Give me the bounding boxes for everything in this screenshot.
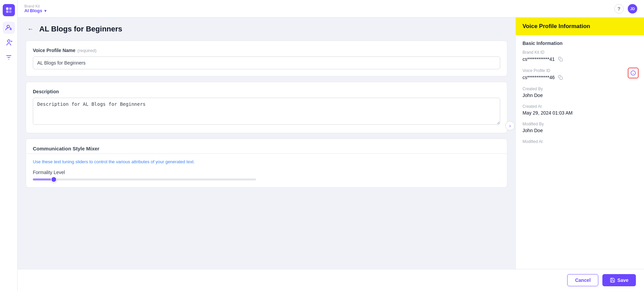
content-area: ← AL Blogs for Beginners Voice Profile N… xyxy=(18,18,644,291)
modified-by-label: Modified By xyxy=(523,122,637,126)
page-title: AL Blogs for Beginners xyxy=(39,25,122,33)
svg-rect-12 xyxy=(560,77,562,79)
sidebar-item-users[interactable] xyxy=(3,37,15,49)
formality-label: Formality Level xyxy=(33,170,500,175)
bottom-bar: Cancel Save xyxy=(18,269,644,291)
save-icon xyxy=(610,277,615,283)
modified-at-field: Modified At xyxy=(523,139,637,145)
sidebar xyxy=(0,0,18,291)
topbar: Brand Kit AI Blogs ▼ ? JD xyxy=(18,0,644,18)
divider xyxy=(26,153,507,154)
created-by-label: Created By xyxy=(523,87,637,91)
save-button[interactable]: Save xyxy=(602,274,636,286)
modified-by-value: John Doe xyxy=(523,128,637,133)
svg-rect-3 xyxy=(9,10,12,13)
description-card: Description xyxy=(26,82,507,133)
svg-rect-11 xyxy=(560,58,562,61)
communication-style-title: Communication Style Mixer xyxy=(33,146,500,151)
brand-kit-id-label: Brand Kit ID xyxy=(523,50,637,55)
name-input[interactable] xyxy=(33,56,500,69)
description-field-label: Description xyxy=(33,89,500,94)
modified-by-field: Modified By John Doe xyxy=(523,122,637,133)
voice-profile-id-field: Voice Profile ID cs************46 xyxy=(523,68,637,80)
topbar-actions: ? JD xyxy=(614,4,637,14)
info-icon-button[interactable] xyxy=(628,68,639,78)
breadcrumb-parent: Brand Kit xyxy=(24,4,47,8)
info-panel: Voice Profile Information Basic Informat… xyxy=(515,18,644,291)
svg-point-5 xyxy=(7,40,10,42)
info-panel-body: Basic Information Brand Kit ID cs*******… xyxy=(516,35,644,157)
communication-style-card: Communication Style Mixer Use these text… xyxy=(26,139,507,188)
breadcrumb-current[interactable]: AI Blogs ▼ xyxy=(24,8,47,13)
formality-slider-track[interactable] xyxy=(33,178,256,180)
avatar[interactable]: JD xyxy=(628,4,637,14)
bottom-spacer xyxy=(26,193,507,213)
svg-rect-0 xyxy=(6,7,8,10)
basic-info-section-title: Basic Information xyxy=(523,41,637,46)
svg-rect-1 xyxy=(9,7,12,10)
voice-profile-id-value: cs************46 xyxy=(523,74,637,80)
sidebar-logo xyxy=(3,4,15,16)
created-at-label: Created At xyxy=(523,104,637,109)
name-field-label: Voice Profile Name (required) xyxy=(33,48,500,53)
voice-profile-name-card: Voice Profile Name (required) xyxy=(26,41,507,76)
voice-profile-id-label: Voice Profile ID xyxy=(523,68,637,73)
created-by-value: John Doe xyxy=(523,93,637,98)
page-header: ← AL Blogs for Beginners xyxy=(26,24,507,34)
main-area: Brand Kit AI Blogs ▼ ? JD ← AL Blogs for… xyxy=(18,0,644,291)
created-at-value: May 29, 2024 01:03 AM xyxy=(523,110,637,116)
topbar-breadcrumb: Brand Kit AI Blogs ▼ xyxy=(24,4,47,13)
help-button[interactable]: ? xyxy=(614,4,624,14)
created-by-field: Created By John Doe xyxy=(523,87,637,98)
brand-kit-id-value: cs************41 xyxy=(523,56,637,62)
back-button[interactable]: ← xyxy=(26,24,35,34)
cancel-button[interactable]: Cancel xyxy=(567,274,598,286)
copy-voice-profile-id-button[interactable] xyxy=(557,74,563,80)
breadcrumb-chevron-icon: ▼ xyxy=(44,9,47,13)
collapse-arrow-button[interactable]: › xyxy=(505,121,515,130)
description-textarea[interactable] xyxy=(33,98,500,125)
sidebar-item-filters[interactable] xyxy=(3,51,15,64)
copy-brand-kit-id-button[interactable] xyxy=(557,56,563,62)
modified-at-label: Modified At xyxy=(523,139,637,144)
communication-style-subtitle: Use these text tuning sliders to control… xyxy=(33,159,500,164)
formality-slider-thumb[interactable] xyxy=(51,176,57,183)
form-panel: ← AL Blogs for Beginners Voice Profile N… xyxy=(18,18,515,291)
svg-rect-2 xyxy=(6,10,8,13)
chevron-right-icon: › xyxy=(509,123,511,128)
brand-kit-id-field: Brand Kit ID cs************41 xyxy=(523,50,637,62)
sidebar-item-voice[interactable] xyxy=(3,22,15,34)
info-panel-header: Voice Profile Information xyxy=(516,18,644,35)
svg-point-4 xyxy=(7,25,9,28)
created-at-field: Created At May 29, 2024 01:03 AM xyxy=(523,104,637,116)
